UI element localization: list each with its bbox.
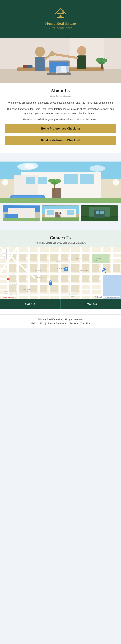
svg-rect-26 <box>28 65 32 68</box>
map-report-problem[interactable]: Report a problem <box>2 296 16 298</box>
spacer-2 <box>0 226 121 230</box>
svg-text:Pine Street: Pine Street <box>10 273 16 275</box>
svg-rect-85 <box>80 247 82 299</box>
map-zoom-in-button[interactable]: + <box>2 249 6 254</box>
footer-phone: 111-111-1111 <box>30 322 44 324</box>
svg-rect-108 <box>9 275 16 282</box>
about-paragraph-2: Our consultancy arm for Home Real Estate… <box>0 107 121 116</box>
svg-rect-101 <box>50 264 58 272</box>
svg-text:Square: Square <box>5 292 10 294</box>
svg-rect-113 <box>61 275 68 282</box>
svg-rect-82 <box>49 247 50 299</box>
about-section: About Us - Move To Feel at Home - Whethe… <box>0 38 121 153</box>
svg-text:Union: Union <box>5 290 9 292</box>
svg-point-60 <box>61 212 61 213</box>
svg-point-24 <box>102 58 107 62</box>
svg-rect-93 <box>50 254 58 261</box>
email-us-button[interactable]: Email Us <box>60 299 121 309</box>
svg-rect-33 <box>64 174 78 184</box>
svg-rect-122 <box>50 285 58 292</box>
svg-text:P: P <box>65 268 67 270</box>
svg-text:Sacramento: Sacramento <box>35 270 42 271</box>
svg-rect-90 <box>19 254 26 261</box>
svg-rect-107 <box>113 264 120 272</box>
thumbnail-2[interactable] <box>42 205 79 221</box>
svg-rect-121 <box>40 285 47 292</box>
svg-text:Pine Street: Pine Street <box>36 276 42 278</box>
footer: © Home Real Estate Ltd. | All rights res… <box>0 314 121 328</box>
svg-rect-81 <box>38 247 40 299</box>
brand-name: Home Real Estate <box>45 21 76 26</box>
gallery-next-button[interactable]: › <box>113 179 119 186</box>
header-tagline: - Move To Feel at Home - <box>48 26 73 29</box>
svg-point-44 <box>24 163 38 169</box>
svg-rect-92 <box>40 254 47 261</box>
svg-text:California: California <box>56 261 62 262</box>
svg-rect-91 <box>30 254 37 261</box>
svg-rect-20 <box>60 66 70 72</box>
svg-rect-105 <box>92 264 100 272</box>
svg-rect-126 <box>102 275 121 299</box>
svg-point-153 <box>104 269 105 270</box>
thumbnail-1[interactable] <box>3 205 40 221</box>
svg-rect-96 <box>82 254 89 261</box>
header: Home Real Estate - Move To Feel at Home … <box>0 0 121 38</box>
svg-rect-115 <box>82 275 89 282</box>
svg-point-23 <box>96 58 102 62</box>
house-logo-icon <box>54 7 68 19</box>
final-walkthrough-checklist-button[interactable]: Final Walkthrough Checklist <box>5 136 116 145</box>
home-preferences-checklist-button[interactable]: Home Preferences Checklist <box>5 124 116 133</box>
svg-rect-103 <box>71 264 78 272</box>
svg-text:TransBay: TransBay <box>76 258 82 259</box>
svg-text:Union Square: Union Square <box>10 294 18 296</box>
svg-rect-13 <box>35 57 45 70</box>
map-zoom-out-button[interactable]: − <box>2 254 6 259</box>
footer-copyright: © Home Real Estate Ltd. | All rights res… <box>4 318 118 320</box>
svg-rect-50 <box>3 218 40 221</box>
thumbnail-row <box>0 203 121 223</box>
hero-image <box>0 38 121 83</box>
svg-text:Chinatown: Chinatown <box>94 257 101 259</box>
terms-conditions-link[interactable]: Terms and Conditions <box>70 322 92 324</box>
svg-rect-97 <box>9 264 16 272</box>
svg-point-40 <box>48 179 54 182</box>
map-attribution: © OpenStreetMap contributors <box>94 296 120 298</box>
svg-rect-55 <box>47 210 54 215</box>
svg-rect-25 <box>22 65 28 68</box>
main-gallery: ‹ › <box>0 162 121 203</box>
gallery-section: ‹ › <box>0 156 121 226</box>
svg-point-45 <box>90 165 105 172</box>
svg-point-12 <box>35 46 45 57</box>
svg-rect-56 <box>67 210 74 215</box>
svg-rect-32 <box>38 177 47 184</box>
map-container: Pine Street Bush Street Union Square Mon… <box>0 247 121 299</box>
about-paragraph-3: We offer the widest range of properties … <box>0 117 121 122</box>
svg-rect-116 <box>92 275 100 282</box>
contact-buttons: Call Us Email Us <box>0 299 121 309</box>
svg-point-41 <box>55 179 61 183</box>
svg-point-18 <box>50 51 55 56</box>
spacer-3 <box>0 309 121 314</box>
svg-rect-83 <box>59 247 61 299</box>
svg-rect-111 <box>40 275 47 282</box>
svg-rect-110 <box>30 275 37 282</box>
svg-rect-118 <box>9 285 16 292</box>
call-us-button[interactable]: Call Us <box>0 299 60 309</box>
svg-rect-114 <box>71 275 78 282</box>
gallery-prev-button[interactable]: ‹ <box>2 179 8 186</box>
about-title: About Us <box>0 88 121 94</box>
svg-rect-109 <box>19 275 26 282</box>
svg-text:Bus Crossover: Bus Crossover <box>69 294 78 296</box>
privacy-statement-link[interactable]: Privacy Statement <box>48 322 66 324</box>
svg-rect-94 <box>61 254 68 261</box>
svg-text:Embarcadero: Embarcadero <box>80 270 88 271</box>
svg-rect-79 <box>18 247 19 299</box>
svg-rect-123 <box>61 285 68 292</box>
svg-text:Bush Street: Bush Street <box>10 284 17 285</box>
thumbnail-3[interactable] <box>81 205 118 221</box>
svg-rect-34 <box>80 174 94 184</box>
svg-rect-84 <box>70 247 71 299</box>
svg-text:Market: Market <box>94 260 98 261</box>
svg-rect-42 <box>0 198 121 203</box>
svg-rect-86 <box>90 247 92 299</box>
